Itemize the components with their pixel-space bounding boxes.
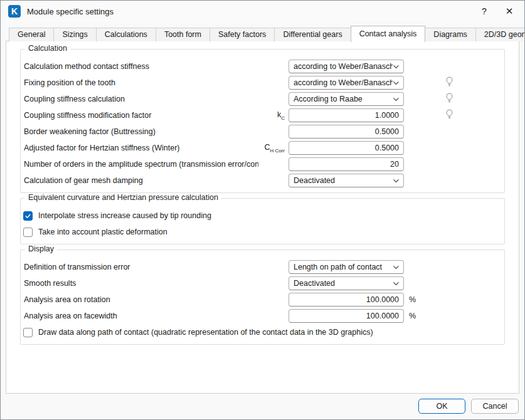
- help-button[interactable]: ?: [472, 2, 497, 21]
- row-label: Calculation of gear mesh damping: [24, 176, 258, 185]
- hint-lightbulb-icon[interactable]: [445, 109, 453, 122]
- transmission-error-select[interactable]: Length on path of contact: [289, 260, 404, 274]
- tab-contact-analysis[interactable]: Contact analysis: [351, 26, 426, 42]
- row-label: Adjusted factor for Hertzian stiffness (…: [24, 144, 258, 152]
- interpolate-stress-checkbox[interactable]: [23, 211, 33, 221]
- hint-lightbulb-icon[interactable]: [445, 93, 453, 105]
- group-equivalent-title: Equivalent curvature and Hertzian pressu…: [25, 193, 221, 202]
- contact-analysis-panel: Calculation Calculation method contact s…: [6, 41, 519, 394]
- row-label: Smooth results: [24, 279, 258, 288]
- chevron-down-icon: [393, 281, 400, 286]
- row-label: Calculation method contact stiffness: [24, 62, 258, 71]
- window-title: Module specific settings: [27, 7, 472, 16]
- border-weakening-input[interactable]: [289, 125, 404, 139]
- chevron-down-icon: [393, 179, 400, 183]
- ok-button[interactable]: OK: [418, 399, 465, 414]
- plastic-deformation-checkbox[interactable]: [23, 228, 33, 237]
- checkbox-label: Interpolate stress increase caused by ti…: [38, 211, 211, 220]
- unit-label: %: [404, 312, 501, 320]
- symbol-ch-corr: CH Corr: [258, 143, 289, 154]
- row-coupling-stiffness: Coupling stiffness calculation According…: [24, 91, 501, 107]
- row-facewidth-area: Analysis area on facewidth %: [24, 308, 501, 324]
- group-display-title: Display: [25, 244, 57, 253]
- tab-differential-gears[interactable]: Differential gears: [274, 28, 351, 41]
- row-hertzian-factor: Adjusted factor for Hertzian stiffness (…: [24, 140, 501, 156]
- row-label: Analysis area on facewidth: [24, 312, 258, 320]
- group-equivalent-curvature: Equivalent curvature and Hertzian pressu…: [20, 198, 505, 244]
- hint-lightbulb-icon[interactable]: [445, 76, 453, 89]
- title-bar: K Module specific settings ? ✕: [1, 1, 524, 22]
- tab-sizings[interactable]: Sizings: [53, 28, 96, 41]
- row-label: Border weakening factor (Buttressing): [24, 127, 258, 136]
- draw-data-path-checkbox[interactable]: [23, 328, 33, 337]
- row-fixing-position: Fixing position of the tooth according t…: [24, 75, 501, 91]
- calc-method-select[interactable]: according to Weber/Banaschek: [289, 60, 404, 73]
- group-calculation-title: Calculation: [25, 44, 70, 53]
- group-display: Display Definition of transmission error…: [20, 249, 505, 345]
- checkbox-label: Draw data along path of contact (quadrat…: [38, 328, 373, 337]
- chevron-down-icon: [393, 65, 400, 69]
- chevron-down-icon: [393, 97, 400, 102]
- chevron-down-icon: [393, 265, 400, 270]
- cancel-button[interactable]: Cancel: [471, 399, 519, 414]
- row-border-weakening: Border weakening factor (Buttressing): [24, 123, 501, 140]
- row-calc-method: Calculation method contact stiffness acc…: [24, 58, 501, 75]
- tab-bar: General Sizings Calculations Tooth form …: [9, 25, 518, 41]
- orders-count-input[interactable]: [289, 157, 404, 171]
- symbol-kc: kC: [258, 110, 289, 121]
- row-label: Fixing position of the tooth: [24, 78, 258, 87]
- row-mesh-damping: Calculation of gear mesh damping Deactiv…: [24, 172, 501, 189]
- row-interpolate-stress: Interpolate stress increase caused by ti…: [24, 207, 501, 224]
- kisssoft-logo-icon: K: [8, 5, 21, 18]
- smooth-results-select[interactable]: Deactivated: [289, 276, 404, 290]
- coupling-stiffness-select[interactable]: According to Raabe: [289, 92, 404, 106]
- module-specific-settings-dialog: K Module specific settings ? ✕ General S…: [0, 0, 525, 420]
- fixing-position-select[interactable]: according to Weber/Banaschek: [289, 76, 404, 90]
- facewidth-area-input[interactable]: [289, 309, 404, 323]
- tab-2d3d-geometry[interactable]: 2D/3D geometry: [475, 28, 525, 41]
- tab-calculations[interactable]: Calculations: [96, 28, 156, 41]
- mesh-damping-select[interactable]: Deactivated: [289, 174, 404, 187]
- row-plastic-deformation: Take into account plastic deformation: [24, 224, 501, 240]
- row-label: Number of orders in the amplitude spectr…: [24, 160, 258, 169]
- coupling-factor-input[interactable]: [289, 108, 404, 122]
- row-coupling-factor: Coupling stiffness modification factor k…: [24, 107, 501, 123]
- checkbox-label: Take into account plastic deformation: [38, 228, 167, 236]
- tab-general[interactable]: General: [9, 28, 54, 41]
- hertzian-factor-input[interactable]: [289, 141, 404, 155]
- row-label: Definition of transmission error: [24, 263, 258, 271]
- tab-diagrams[interactable]: Diagrams: [425, 28, 476, 41]
- row-orders-count: Number of orders in the amplitude spectr…: [24, 156, 501, 172]
- row-transmission-error: Definition of transmission error Length …: [24, 259, 501, 275]
- row-label: Coupling stiffness modification factor: [24, 111, 258, 120]
- row-draw-data-path: Draw data along path of contact (quadrat…: [24, 324, 501, 340]
- unit-label: %: [404, 295, 501, 304]
- row-label: Coupling stiffness calculation: [24, 95, 258, 103]
- tab-safety-factors[interactable]: Safety factors: [209, 28, 275, 41]
- row-label: Analysis area on rotation: [24, 295, 258, 304]
- group-calculation: Calculation Calculation method contact s…: [20, 49, 505, 193]
- close-button[interactable]: ✕: [497, 2, 522, 21]
- rotation-area-input[interactable]: [289, 293, 404, 307]
- chevron-down-icon: [393, 81, 400, 85]
- tab-tooth-form[interactable]: Tooth form: [156, 28, 210, 41]
- dialog-footer: OK Cancel: [1, 394, 524, 419]
- row-rotation-area: Analysis area on rotation %: [24, 291, 501, 308]
- row-smooth-results: Smooth results Deactivated: [24, 275, 501, 291]
